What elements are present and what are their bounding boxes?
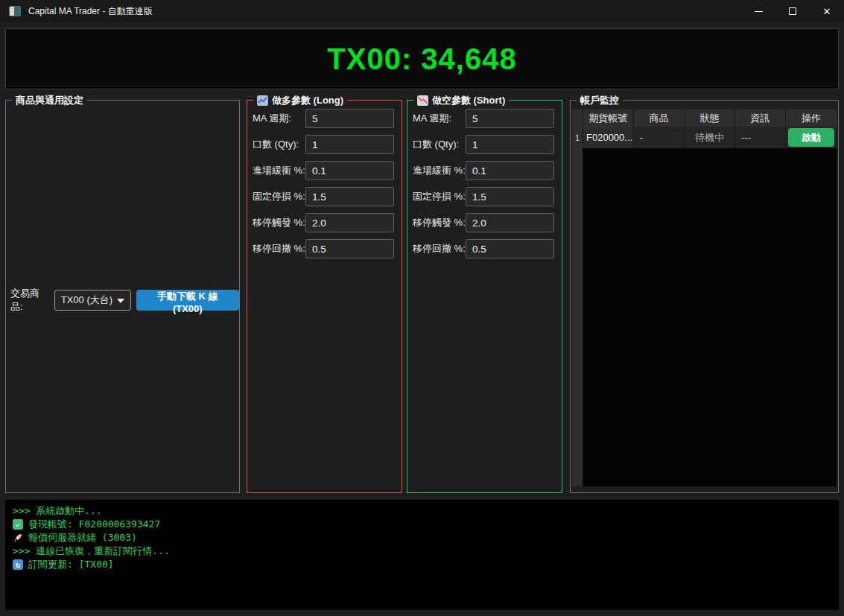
long-ma-input[interactable] [305,109,394,128]
short-param-row: 移停觸發 %: [407,213,562,232]
chart-down-icon [417,95,428,106]
long-param-row: 移停回撤 %: [247,239,402,258]
long-qty-input[interactable] [305,135,394,154]
log-text: >>> 連線已恢復，重新訂閱行情... [13,544,170,558]
short-trail-trigger-label: 移停觸發 %: [413,216,466,229]
start-button[interactable]: 啟動 [788,128,834,147]
short-trail-pullback-input[interactable] [466,239,554,258]
short-param-row: 進場緩衝 %: [407,161,562,180]
short-entry-buffer-input[interactable] [466,161,554,180]
short-qty-input[interactable] [466,135,554,154]
column-header-action[interactable]: 操作 [785,109,837,127]
long-param-row: 固定停損 %: [247,187,402,206]
short-trail-pullback-label: 移停回撤 %: [413,242,466,255]
chart-up-icon [257,95,268,106]
short-qty-label: 口數 (Qty): [413,138,459,151]
short-stop-loss-label: 固定停損 %: [413,190,466,203]
ticker-price: TX00: 34,648 [327,42,516,76]
log-panel[interactable]: >>> 系統啟動中... ✓ 發現帳號: F0200006393427 報價伺服… [5,500,839,610]
account-table-header: 期貨帳號 商品 狀態 資訊 操作 [572,109,837,127]
chevron-down-icon [117,299,124,303]
log-text: 訂閱更新: [TX00] [28,558,114,571]
close-icon: ✕ [823,7,831,16]
log-line: 報價伺服器就緒 (3003) [13,531,831,544]
maximize-icon [789,7,796,15]
account-table: 期貨帳號 商品 狀態 資訊 操作 1 F020000... - 待機中 --- … [572,109,837,486]
long-qty-label: 口數 (Qty): [253,138,299,151]
general-settings-title: 商品與通用設定 [12,94,87,107]
long-entry-buffer-label: 進場緩衝 %: [253,164,305,177]
table-row[interactable]: 1 F020000... - 待機中 --- 啟動 [572,127,837,148]
cell-product: - [633,127,684,148]
account-monitor-title: 帳戶監控 [577,94,623,107]
long-stop-loss-label: 固定停損 %: [253,190,305,203]
log-line: >>> 連線已恢復，重新訂閱行情... [13,544,831,558]
window-title: Capital MA Trader - 自動重連版 [28,5,153,18]
maximize-button[interactable] [775,0,810,22]
row-number: 1 [572,127,583,148]
short-entry-buffer-label: 進場緩衝 %: [413,164,466,177]
short-ma-label: MA 週期: [413,112,451,125]
long-entry-buffer-input[interactable] [305,161,394,180]
short-params-panel: 做空參數 (Short) MA 週期: 口數 (Qty): 進場緩衝 %: 固定… [407,100,562,493]
product-label: 交易商品: [10,287,50,314]
long-param-row: 進場緩衝 %: [247,161,402,180]
short-param-row: 移停回撤 %: [407,239,562,258]
short-trail-trigger-input[interactable] [466,213,554,232]
long-trail-trigger-input[interactable] [305,213,394,232]
minimize-icon [755,11,763,12]
log-line: ✓ 發現帳號: F0200006393427 [13,518,831,531]
cell-info: --- [734,127,785,148]
long-stop-loss-input[interactable] [305,187,394,206]
refresh-icon: ↻ [13,559,23,570]
cell-status: 待機中 [684,127,734,148]
log-text: 發現帳號: F0200006393427 [28,518,160,531]
cell-account: F020000... [583,127,633,148]
short-param-row: 口數 (Qty): [407,135,562,154]
check-icon: ✓ [13,519,23,530]
long-param-row: 移停觸發 %: [247,213,402,232]
general-settings-panel: 商品與通用設定 交易商品: TX00 (大台) 手動下載 K 線 (TX00) [5,100,240,493]
download-kline-button[interactable]: 手動下載 K 線 (TX00) [136,290,239,311]
short-stop-loss-input[interactable] [466,187,554,206]
table-vertical-header-strip [572,148,583,486]
column-header-info[interactable]: 資訊 [734,109,785,127]
table-empty-area [583,148,837,486]
short-param-row: MA 週期: [407,109,562,128]
table-corner-cell [572,109,583,127]
title-bar: Capital MA Trader - 自動重連版 ✕ [0,0,844,22]
column-header-status[interactable]: 狀態 [684,109,734,127]
cell-action: 啟動 [785,127,837,148]
column-header-account[interactable]: 期貨帳號 [583,109,633,127]
long-param-row: MA 週期: [247,109,402,128]
long-trail-pullback-input[interactable] [305,239,394,258]
minimize-button[interactable] [741,0,775,22]
close-button[interactable]: ✕ [810,0,844,22]
log-line: ↻ 訂閱更新: [TX00] [13,558,831,571]
ticker-panel: TX00: 34,648 [5,28,839,89]
product-select-value: TX00 (大台) [61,293,112,307]
long-trail-pullback-label: 移停回撤 %: [253,242,305,255]
log-line: >>> 系統啟動中... [13,504,831,518]
product-select[interactable]: TX00 (大台) [54,290,131,311]
rocket-icon [13,533,23,543]
short-param-row: 固定停損 %: [407,187,562,206]
account-monitor-panel: 帳戶監控 期貨帳號 商品 狀態 資訊 操作 1 F020000... - 待機中… [570,100,839,493]
column-header-product[interactable]: 商品 [633,109,684,127]
long-params-title: 做多參數 (Long) [272,94,343,107]
short-params-title: 做空參數 (Short) [432,94,505,107]
app-icon [9,6,21,16]
short-ma-input[interactable] [466,109,554,128]
log-text: >>> 系統啟動中... [13,504,102,518]
log-text: 報價伺服器就緒 (3003) [28,531,137,544]
long-params-panel: 做多參數 (Long) MA 週期: 口數 (Qty): 進場緩衝 %: 固定停… [247,100,402,493]
long-ma-label: MA 週期: [253,112,291,125]
long-param-row: 口數 (Qty): [247,135,402,154]
long-trail-trigger-label: 移停觸發 %: [253,216,305,229]
